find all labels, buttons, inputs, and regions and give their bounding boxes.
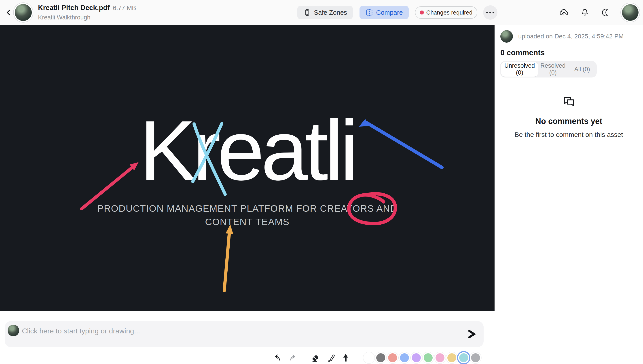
header-bar: Kreatli Pitch Deck.pdf 6.77 MB Kreatli W… — [0, 0, 643, 25]
notifications-button[interactable] — [580, 8, 590, 18]
color-swatch-green[interactable] — [424, 353, 433, 362]
compare-split-icon — [365, 8, 373, 16]
send-comment-button[interactable] — [465, 328, 478, 340]
comment-placeholder: Click here to start typing or drawing... — [22, 327, 140, 335]
comments-count-heading: 0 comments — [500, 48, 545, 57]
chevron-left-icon — [5, 9, 13, 16]
uploader-avatar — [500, 30, 513, 43]
comment-input[interactable]: Click here to start typing or drawing... — [5, 321, 484, 347]
color-swatch-cyan[interactable] — [459, 353, 468, 362]
color-swatch-purple[interactable] — [412, 353, 421, 362]
tab-unresolved[interactable]: Unresolved (0) — [501, 62, 538, 77]
status-label: Changes required — [426, 9, 473, 16]
status-badge[interactable]: Changes required — [415, 6, 478, 19]
back-button[interactable] — [4, 7, 14, 18]
empty-state-subtitle: Be the first to comment on this asset — [495, 131, 643, 138]
uploaded-timestamp: uploaded on Dec 4, 2025, 4:59:42 PM — [518, 33, 624, 40]
empty-state-title: No comments yet — [495, 116, 643, 126]
color-swatch-white[interactable] — [364, 353, 373, 362]
cloud-upload-icon — [559, 8, 569, 17]
comments-sidebar: uploaded on Dec 4, 2025, 4:59:42 PM 0 co… — [495, 25, 643, 364]
eraser-button[interactable] — [310, 352, 321, 363]
drawing-toolbar — [272, 352, 480, 363]
pen-button[interactable] — [326, 352, 336, 363]
breadcrumb-project: Kreatli Walkthrough — [38, 14, 136, 21]
redo-button[interactable] — [288, 352, 298, 363]
asset-owner-avatar — [15, 4, 32, 21]
orange-arrow-annotation — [224, 232, 229, 291]
comments-empty-state: No comments yet Be the first to comment … — [495, 96, 643, 138]
eraser-icon — [311, 353, 320, 362]
compare-button[interactable]: Compare — [359, 6, 408, 19]
comment-filter-tabs: Unresolved (0) Resolved (0) All (0) — [500, 61, 597, 78]
cyan-x-annotation-stroke1 — [194, 124, 225, 194]
redo-icon — [289, 354, 297, 362]
pink-arrow-annotation — [82, 166, 133, 209]
pen-icon — [326, 353, 335, 362]
upload-meta-row: uploaded on Dec 4, 2025, 4:59:42 PM — [500, 30, 624, 43]
safe-zones-button[interactable]: Safe Zones — [297, 6, 353, 19]
file-size: 6.77 MB — [113, 4, 136, 12]
undo-button[interactable] — [272, 352, 283, 363]
phone-icon — [303, 8, 311, 16]
orange-arrow-head — [226, 224, 233, 234]
tab-resolved[interactable]: Resolved (0) — [538, 62, 568, 76]
bell-icon — [580, 8, 590, 17]
color-swatch-salmon[interactable] — [388, 353, 397, 362]
current-user-avatar — [8, 325, 19, 336]
status-dot-icon — [420, 10, 424, 14]
dark-mode-toggle[interactable] — [601, 8, 611, 18]
more-options-button[interactable] — [483, 5, 497, 20]
color-swatch-gray[interactable] — [376, 353, 385, 362]
color-swatch-pink[interactable] — [436, 353, 445, 362]
asset-title-block: Kreatli Pitch Deck.pdf 6.77 MB Kreatli W… — [38, 4, 136, 21]
annotation-layer[interactable] — [0, 25, 495, 311]
arrow-tool-button[interactable] — [340, 352, 351, 363]
color-swatch-yellow[interactable] — [447, 353, 456, 362]
safe-zones-label: Safe Zones — [314, 9, 347, 16]
send-icon — [467, 329, 477, 339]
tab-all[interactable]: All (0) — [568, 66, 597, 73]
undo-icon — [273, 354, 282, 362]
chat-bubbles-icon — [562, 96, 575, 107]
more-dots-icon — [486, 12, 488, 14]
color-swatch-blue[interactable] — [400, 353, 409, 362]
color-swatch-silver[interactable] — [471, 353, 480, 362]
color-palette — [364, 353, 480, 362]
user-avatar[interactable] — [622, 4, 638, 21]
red-circle-annotation — [349, 194, 395, 224]
asset-canvas[interactable]: Kreatli PRODUCTION MANAGEMENT PLATFORM F… — [0, 25, 495, 311]
moon-icon — [601, 8, 610, 17]
blue-arrow-annotation — [366, 122, 442, 168]
page-title: Kreatli Pitch Deck.pdf — [38, 4, 110, 12]
arrow-up-icon — [341, 353, 350, 362]
upload-button[interactable] — [559, 8, 569, 18]
compare-label: Compare — [376, 9, 403, 16]
